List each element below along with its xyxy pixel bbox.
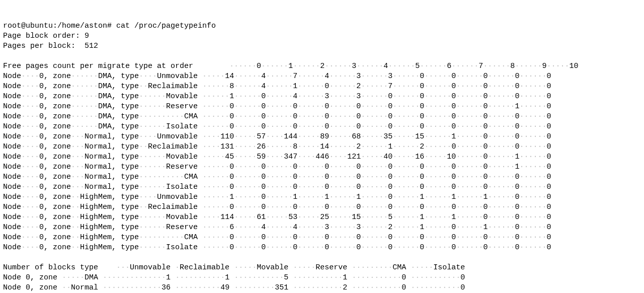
blocks-header: Number of blocks type ···Unmovable ·Recl… — [3, 263, 469, 272]
prompt: root@ubuntu:/home/aston# — [3, 22, 116, 30]
line-pages-per-block: Pages per block: 512 — [3, 42, 98, 50]
free-pages-header: Free pages count per migrate type at ord… — [3, 62, 578, 70]
line-page-block-order: Page block order: 9 — [3, 32, 89, 40]
free-pages-rows: Node····0, zone······DMA, type····Unmova… — [3, 72, 551, 252]
terminal-window: root@ubuntu:/home/aston# cat /proc/paget… — [0, 20, 644, 293]
command: cat /proc/pagetypeinfo — [116, 22, 216, 30]
blocks-rows: Node 0, zone ·····DMA ··············1 ··… — [3, 273, 469, 293]
